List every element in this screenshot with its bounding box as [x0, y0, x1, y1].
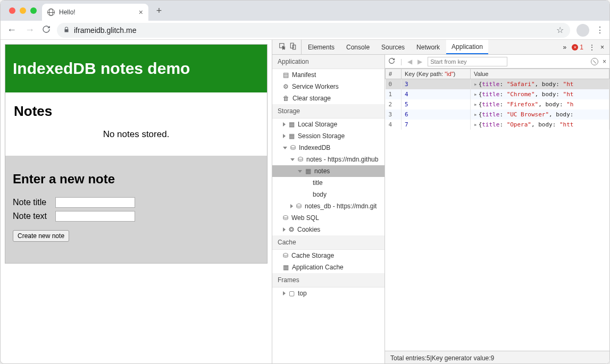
clear-icon[interactable] — [591, 58, 598, 65]
notes-heading: Notes — [14, 103, 258, 120]
devtools-body: Application ▤Manifest ⚙Service Workers 🗑… — [272, 55, 609, 364]
table-row[interactable]: 25▸{title: "Firefox", body: "h — [386, 99, 609, 109]
globe-icon — [47, 9, 55, 16]
sidebar-item-store-notes[interactable]: ▦notes — [272, 165, 385, 177]
browser-window: Hello! × + ← → iframeidb.glitch.me ☆ ⋮ I… — [0, 0, 610, 364]
prev-page-icon[interactable]: ◀ — [407, 58, 412, 65]
expand-icon — [283, 227, 286, 232]
bookmark-icon[interactable]: ☆ — [556, 25, 564, 35]
sidebar-item-db-notesdb[interactable]: ⛁notes_db - https://mdn.git — [272, 200, 385, 212]
minimize-window-icon[interactable] — [20, 7, 26, 14]
devtools-menu-icon[interactable]: ⋮ — [589, 44, 595, 51]
trash-icon: 🗑 — [283, 95, 289, 102]
table-icon: ▦ — [305, 167, 311, 175]
sidebar-item-db-notes[interactable]: ⛁notes - https://mdn.github — [272, 154, 385, 165]
sidebar-item-index-body[interactable]: body — [272, 189, 385, 200]
tab-title: Hello! — [59, 9, 76, 16]
back-button[interactable]: ← — [6, 24, 18, 36]
device-icon[interactable] — [289, 43, 297, 52]
page-viewport: IndexedDB notes demo Notes No notes stor… — [1, 40, 272, 364]
table-icon: ▦ — [283, 264, 289, 271]
col-value[interactable]: Value — [471, 69, 609, 79]
database-icon: ⛁ — [298, 156, 303, 163]
devtools-tabs: Elements Console Sources Network Applica… — [272, 40, 609, 55]
sidebar-item-cache-storage[interactable]: ⛁Cache Storage — [272, 250, 385, 261]
error-badge[interactable]: × 1 — [572, 44, 583, 51]
col-key[interactable]: Key (Key path: "id") — [402, 69, 471, 79]
table-row[interactable]: 03▸{title: "Safari", body: "ht — [386, 79, 609, 90]
notes-section: Notes No notes stored. — [5, 92, 267, 156]
data-table[interactable]: # Key (Key path: "id") Value 03▸{title: … — [385, 69, 609, 351]
page-inner: IndexedDB notes demo Notes No notes stor… — [5, 44, 268, 264]
content-area: IndexedDB notes demo Notes No notes stor… — [1, 40, 609, 364]
sidebar-item-indexeddb[interactable]: ⛁IndexedDB — [272, 142, 385, 154]
devtools-panel: Elements Console Sources Network Applica… — [272, 40, 609, 364]
tab-application[interactable]: Application — [446, 40, 488, 54]
sidebar-item-clear-storage[interactable]: 🗑Clear storage — [272, 92, 385, 104]
sidebar-item-index-title[interactable]: title — [272, 177, 385, 189]
maximize-window-icon[interactable] — [30, 7, 37, 14]
database-icon: ⛁ — [283, 252, 288, 259]
text-row: Note text — [13, 211, 260, 222]
col-index[interactable]: # — [386, 69, 402, 79]
error-icon: × — [572, 44, 578, 50]
page-banner: IndexedDB notes demo — [5, 45, 267, 92]
sidebar-item-application-cache[interactable]: ▦Application Cache — [272, 261, 385, 273]
sidebar-item-web-sql[interactable]: ⛁Web SQL — [272, 212, 385, 224]
inspect-icon[interactable] — [279, 43, 286, 52]
frame-icon: ▢ — [289, 290, 295, 297]
svg-rect-1 — [290, 43, 294, 48]
tab-network[interactable]: Network — [411, 40, 445, 54]
sidebar-item-service-workers[interactable]: ⚙Service Workers — [272, 81, 385, 92]
title-row: Note title — [13, 197, 260, 208]
more-tabs-icon[interactable]: » — [563, 44, 567, 51]
gear-icon: ⚙ — [283, 83, 289, 90]
url-text: iframeidb.glitch.me — [74, 26, 137, 35]
close-window-icon[interactable] — [9, 7, 15, 14]
reload-button[interactable] — [42, 25, 51, 35]
table-row[interactable]: 14▸{title: "Chrome", body: "ht — [386, 89, 609, 99]
total-entries: 5 — [427, 354, 430, 362]
text-label: Note text — [13, 211, 55, 221]
close-devtools-icon[interactable]: × — [600, 44, 604, 51]
note-text-input[interactable] — [55, 211, 135, 222]
note-title-input[interactable] — [55, 197, 135, 208]
inspect-tools — [274, 40, 302, 54]
close-tab-icon[interactable]: × — [139, 8, 143, 16]
expand-icon — [283, 134, 286, 138]
new-tab-button[interactable]: + — [152, 3, 166, 18]
storage-icon: ▦ — [289, 121, 295, 128]
data-panel: | ◀ ▶ × # — [385, 55, 609, 364]
delete-icon[interactable]: × — [603, 58, 606, 65]
start-key-input[interactable] — [428, 57, 507, 66]
collapse-icon — [283, 147, 287, 149]
refresh-icon[interactable] — [388, 57, 395, 66]
sidebar-item-session-storage[interactable]: ▦Session Storage — [272, 130, 385, 142]
storage-icon: ▦ — [289, 132, 295, 140]
sidebar-item-local-storage[interactable]: ▦Local Storage — [272, 118, 385, 130]
create-note-button[interactable]: Create new note — [13, 230, 69, 242]
sidebar-item-cookies[interactable]: ❂Cookies — [272, 224, 385, 235]
section-cache: Cache — [272, 235, 385, 250]
lock-icon — [63, 26, 70, 35]
tab-sources[interactable]: Sources — [376, 40, 410, 54]
table-row[interactable]: 36▸{title: "UC Browser", body: — [386, 109, 609, 120]
section-storage: Storage — [272, 104, 385, 118]
forward-button[interactable]: → — [24, 24, 36, 36]
browser-menu-icon[interactable]: ⋮ — [596, 25, 604, 35]
address-bar[interactable]: iframeidb.glitch.me ☆ — [57, 23, 570, 38]
form-heading: Enter a new note — [13, 172, 260, 187]
tab-elements[interactable]: Elements — [303, 40, 340, 54]
profile-avatar[interactable] — [576, 24, 589, 37]
tab-console[interactable]: Console — [341, 40, 375, 54]
sidebar-item-top-frame[interactable]: ▢top — [272, 287, 385, 299]
sidebar-item-manifest[interactable]: ▤Manifest — [272, 69, 385, 81]
expand-icon — [290, 204, 293, 208]
status-bar: Total entries: 5 | Key generator value: … — [385, 351, 609, 364]
application-sidebar: Application ▤Manifest ⚙Service Workers 🗑… — [272, 55, 385, 364]
next-page-icon[interactable]: ▶ — [417, 58, 422, 65]
table-row[interactable]: 47▸{title: "Opera", body: "htt — [386, 120, 609, 130]
browser-tab[interactable]: Hello! × — [42, 4, 148, 21]
title-label: Note title — [13, 198, 55, 207]
expand-icon — [283, 122, 286, 126]
